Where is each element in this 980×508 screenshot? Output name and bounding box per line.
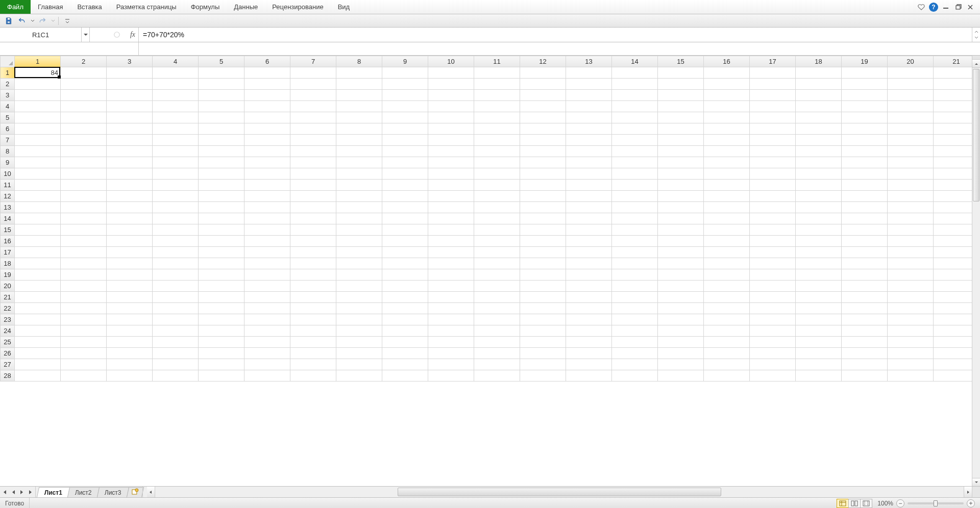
cell[interactable] [107,269,153,281]
cell[interactable] [566,236,612,247]
cell[interactable] [750,79,796,90]
vertical-split-handle[interactable] [972,56,980,60]
cell[interactable] [658,123,704,135]
cell[interactable] [107,359,153,370]
cell[interactable] [474,79,520,90]
column-header[interactable]: 17 [750,56,796,67]
cell[interactable] [336,247,382,258]
cell[interactable] [796,168,842,180]
cell[interactable] [520,123,566,135]
cell[interactable] [566,213,612,224]
cell[interactable] [382,370,428,382]
cell[interactable] [15,236,61,247]
cell[interactable] [107,101,153,112]
cell[interactable] [336,191,382,202]
cell[interactable] [520,180,566,191]
select-all-corner[interactable] [1,56,15,67]
cell[interactable] [566,292,612,303]
cell[interactable] [153,168,199,180]
cell[interactable] [107,146,153,157]
cell[interactable] [842,236,888,247]
cell[interactable] [199,123,244,135]
cell[interactable] [612,224,658,236]
cell[interactable] [612,269,658,281]
cell[interactable] [888,101,934,112]
cell[interactable] [153,370,199,382]
cell[interactable] [382,348,428,359]
cell[interactable] [566,337,612,348]
cell[interactable] [428,191,474,202]
cell[interactable] [336,269,382,281]
cell[interactable] [382,67,428,79]
cell[interactable] [474,337,520,348]
cell[interactable] [428,213,474,224]
cell[interactable] [153,269,199,281]
cell[interactable] [520,157,566,168]
cell[interactable] [566,359,612,370]
cell[interactable] [704,292,750,303]
column-header[interactable]: 3 [107,56,153,67]
cell[interactable] [107,337,153,348]
cell[interactable] [428,146,474,157]
cell[interactable] [61,146,107,157]
cell[interactable] [199,168,244,180]
cell[interactable] [566,314,612,325]
cell[interactable] [704,348,750,359]
cell[interactable] [750,213,796,224]
sheet-tab[interactable]: Лист3 [97,487,129,497]
cell[interactable] [290,337,336,348]
cell[interactable] [566,247,612,258]
tab-nav-next-icon[interactable] [18,489,26,496]
cell[interactable] [658,135,704,146]
cell[interactable] [750,157,796,168]
cell[interactable] [15,101,61,112]
cell[interactable] [796,90,842,101]
cell[interactable] [750,168,796,180]
cell[interactable] [474,247,520,258]
cell[interactable] [244,247,290,258]
cell[interactable] [15,135,61,146]
cell[interactable] [61,112,107,123]
cell[interactable] [153,202,199,213]
cell[interactable] [520,112,566,123]
cell[interactable] [612,180,658,191]
cell[interactable] [704,314,750,325]
row-header[interactable]: 10 [1,168,15,180]
cell[interactable] [153,348,199,359]
column-header[interactable]: 7 [290,56,336,67]
cell[interactable] [428,370,474,382]
cell[interactable] [336,292,382,303]
cell[interactable] [336,370,382,382]
cell[interactable] [290,90,336,101]
cell[interactable] [704,370,750,382]
cell[interactable] [658,90,704,101]
cell[interactable] [474,180,520,191]
cell[interactable] [290,135,336,146]
cell[interactable] [199,191,244,202]
cell[interactable] [15,191,61,202]
cell[interactable] [382,112,428,123]
cell[interactable] [566,224,612,236]
cell[interactable] [474,112,520,123]
cell[interactable] [382,247,428,258]
cell[interactable] [107,314,153,325]
cell[interactable] [612,123,658,135]
cell[interactable] [199,325,244,337]
cell[interactable] [934,370,972,382]
row-header[interactable]: 19 [1,269,15,281]
hscroll-track[interactable] [155,487,964,497]
cell[interactable] [382,281,428,292]
cell[interactable] [566,325,612,337]
cell[interactable] [612,292,658,303]
close-window-icon[interactable] [966,3,975,12]
cell[interactable] [61,67,107,79]
cell[interactable] [566,202,612,213]
cell[interactable] [566,157,612,168]
cell[interactable] [382,202,428,213]
cell[interactable] [750,337,796,348]
row-header[interactable]: 27 [1,359,15,370]
row-header[interactable]: 7 [1,135,15,146]
cell[interactable]: 84 [15,67,61,79]
save-icon[interactable] [3,16,14,26]
cell[interactable] [520,370,566,382]
